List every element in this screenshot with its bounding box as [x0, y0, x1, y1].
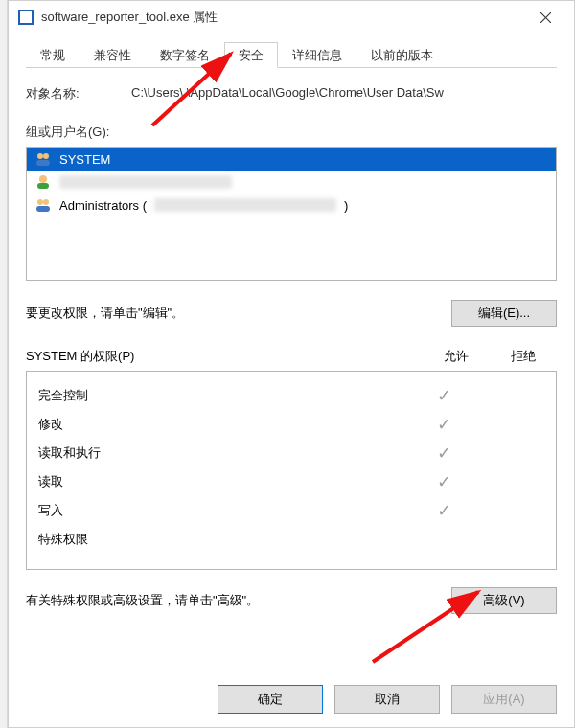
permissions-box: 完全控制✓修改✓读取和执行✓读取✓写入✓特殊权限 — [26, 371, 557, 570]
window-title: software_reporter_tool.exe 属性 — [41, 9, 218, 26]
external-edge — [0, 0, 8, 728]
permission-allow: ✓ — [410, 500, 477, 521]
dialog-button-row: 确定 取消 应用(A) — [218, 685, 557, 714]
tab-security[interactable]: 安全 — [224, 42, 278, 68]
dialog-content: 常规 兼容性 数字签名 安全 详细信息 以前的版本 对象名称: C:\Users… — [9, 34, 574, 624]
svg-rect-6 — [37, 183, 49, 189]
svg-rect-9 — [36, 206, 50, 212]
advanced-hint: 有关特殊权限或高级设置，请单击"高级"。 — [26, 592, 259, 609]
object-name-value: C:\Users\ \AppData\Local\Google\Chrome\U… — [131, 85, 557, 102]
permission-row: 特殊权限 — [27, 525, 556, 554]
permission-row: 完全控制✓ — [27, 381, 556, 410]
svg-point-3 — [43, 153, 49, 159]
permission-name: 读取 — [38, 473, 410, 490]
tab-compat[interactable]: 兼容性 — [80, 42, 146, 68]
list-item-suffix: ) — [344, 198, 348, 213]
edit-hint: 要更改权限，请单击"编辑"。 — [26, 305, 184, 322]
cancel-button-label: 取消 — [375, 691, 400, 708]
permissions-header: SYSTEM 的权限(P) 允许 拒绝 — [26, 348, 557, 365]
close-button[interactable] — [526, 4, 564, 31]
advanced-button-label: 高级(V) — [483, 592, 524, 609]
svg-point-2 — [37, 153, 43, 159]
cancel-button[interactable]: 取消 — [334, 685, 440, 714]
list-item-label: Administrators ( — [59, 198, 147, 213]
advanced-button[interactable]: 高级(V) — [451, 587, 557, 614]
redacted-text — [59, 175, 232, 189]
permission-name: 读取和执行 — [38, 444, 410, 462]
edit-button-label: 编辑(E)... — [478, 305, 530, 322]
tab-details[interactable]: 详细信息 — [278, 42, 356, 68]
apply-button-label: 应用(A) — [483, 691, 524, 708]
permission-name: 写入 — [38, 502, 410, 519]
ok-button-label: 确定 — [258, 691, 283, 708]
groups-label: 组或用户名(G): — [26, 124, 557, 141]
permission-allow: ✓ — [410, 385, 477, 406]
svg-point-8 — [43, 199, 49, 205]
permissions-header-name: SYSTEM 的权限(P) — [26, 348, 423, 365]
apply-button[interactable]: 应用(A) — [451, 685, 557, 714]
tab-signatures[interactable]: 数字签名 — [146, 42, 224, 68]
permission-row: 读取和执行✓ — [27, 439, 556, 467]
tab-previous[interactable]: 以前的版本 — [356, 42, 448, 68]
permissions-header-deny: 拒绝 — [490, 348, 557, 365]
edit-row: 要更改权限，请单击"编辑"。 编辑(E)... — [26, 300, 557, 327]
title-bar: software_reporter_tool.exe 属性 — [9, 1, 574, 34]
permission-allow: ✓ — [410, 414, 477, 435]
ok-button[interactable]: 确定 — [218, 685, 323, 714]
permission-name: 完全控制 — [38, 387, 410, 404]
permissions-header-allow: 允许 — [423, 348, 490, 365]
svg-point-5 — [39, 175, 47, 183]
list-item-label: SYSTEM — [59, 152, 110, 167]
list-item[interactable]: Administrators ( ) — [27, 193, 556, 216]
groups-label-text: 组或用户名(G): — [26, 125, 109, 139]
list-item[interactable] — [27, 171, 556, 193]
redacted-text — [154, 198, 336, 212]
users-icon — [34, 151, 52, 167]
permission-row: 修改✓ — [27, 410, 556, 439]
object-name-label: 对象名称: — [26, 85, 131, 102]
list-item[interactable]: SYSTEM — [27, 148, 556, 171]
user-green-icon — [34, 174, 52, 190]
permission-name: 特殊权限 — [38, 531, 410, 548]
tab-strip: 常规 兼容性 数字签名 安全 详细信息 以前的版本 — [26, 41, 557, 68]
tab-general[interactable]: 常规 — [26, 42, 80, 68]
permission-row: 读取✓ — [27, 467, 556, 496]
svg-point-7 — [37, 199, 43, 205]
users-icon — [34, 197, 52, 213]
permission-name: 修改 — [38, 416, 410, 433]
properties-dialog: software_reporter_tool.exe 属性 常规 兼容性 数字签… — [8, 0, 575, 728]
permission-allow: ✓ — [410, 443, 477, 464]
advanced-row: 有关特殊权限或高级设置，请单击"高级"。 高级(V) — [26, 587, 557, 614]
edit-button[interactable]: 编辑(E)... — [451, 300, 557, 327]
title-bar-left: software_reporter_tool.exe 属性 — [18, 9, 218, 26]
groups-listbox[interactable]: SYSTEM Administrators ( ) — [26, 147, 557, 281]
svg-rect-4 — [36, 160, 50, 166]
close-icon — [540, 12, 551, 23]
object-name-row: 对象名称: C:\Users\ \AppData\Local\Google\Ch… — [26, 85, 557, 102]
permission-row: 写入✓ — [27, 496, 556, 525]
permission-allow: ✓ — [410, 471, 477, 492]
app-icon — [18, 10, 34, 25]
